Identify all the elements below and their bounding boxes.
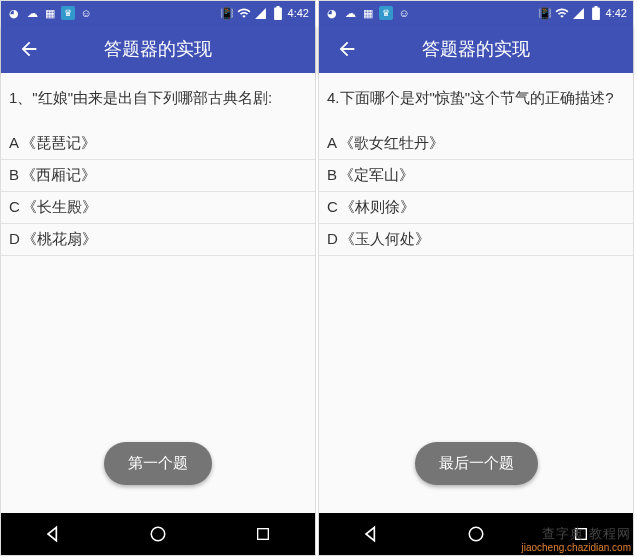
- nav-recents-button[interactable]: [243, 519, 283, 549]
- option-a[interactable]: A 《歌女红牡丹》: [319, 128, 633, 160]
- app-bar: 答题器的实现: [1, 25, 315, 73]
- option-text: 《桃花扇》: [22, 230, 97, 249]
- option-text: 《琵琶记》: [21, 134, 96, 153]
- option-d[interactable]: D 《桃花扇》: [1, 224, 315, 256]
- question-text: 4.下面哪个是对"惊蛰"这个节气的正确描述?: [319, 81, 633, 128]
- option-d[interactable]: D 《玉人何处》: [319, 224, 633, 256]
- options-list: A 《歌女红牡丹》 B 《定军山》 C 《林则徐》 D 《玉人何处》: [319, 128, 633, 256]
- option-a[interactable]: A 《琵琶记》: [1, 128, 315, 160]
- svg-point-0: [151, 527, 165, 541]
- first-question-button[interactable]: 第一个题: [104, 442, 212, 485]
- notification-icon: ☺: [397, 6, 411, 20]
- notification-icon: ▦: [43, 6, 57, 20]
- navigation-bar: [1, 513, 315, 555]
- nav-home-button[interactable]: [138, 519, 178, 549]
- options-list: A 《琵琶记》 B 《西厢记》 C 《长生殿》 D 《桃花扇》: [1, 128, 315, 256]
- option-text: 《西厢记》: [21, 166, 96, 185]
- app-bar: 答题器的实现: [319, 25, 633, 73]
- option-c[interactable]: C 《林则徐》: [319, 192, 633, 224]
- option-b[interactable]: B 《定军山》: [319, 160, 633, 192]
- svg-point-2: [469, 527, 483, 541]
- phone-screen-right: ◕ ☁ ▦ ♛ ☺ 📳 4:42 答题器的实现 4.下面哪个是对"惊蛰"这个节气…: [318, 0, 634, 556]
- wifi-icon: [555, 6, 569, 20]
- last-question-button[interactable]: 最后一个题: [415, 442, 538, 485]
- option-letter: D: [327, 230, 338, 249]
- nav-back-button[interactable]: [33, 519, 73, 549]
- notification-icon: ☁: [343, 6, 357, 20]
- option-b[interactable]: B 《西厢记》: [1, 160, 315, 192]
- back-button[interactable]: [327, 29, 367, 69]
- option-text: 《长生殿》: [22, 198, 97, 217]
- battery-icon: [271, 6, 285, 20]
- question-text: 1、"红娘"由来是出自下列哪部古典名剧:: [1, 81, 315, 128]
- option-letter: A: [9, 134, 19, 153]
- back-button[interactable]: [9, 29, 49, 69]
- option-text: 《定军山》: [339, 166, 414, 185]
- notification-icon: ▦: [361, 6, 375, 20]
- content-area: 1、"红娘"由来是出自下列哪部古典名剧: A 《琵琶记》 B 《西厢记》 C 《…: [1, 73, 315, 513]
- notification-icon: ☁: [25, 6, 39, 20]
- option-text: 《林则徐》: [340, 198, 415, 217]
- signal-icon: [572, 6, 586, 20]
- watermark-line2: jiaocheng.chazidian.com: [521, 542, 631, 554]
- nav-back-button[interactable]: [351, 519, 391, 549]
- notification-icon: ◕: [7, 6, 21, 20]
- status-bar: ◕ ☁ ▦ ♛ ☺ 📳 4:42: [1, 1, 315, 25]
- notification-icon: ◕: [325, 6, 339, 20]
- option-text: 《歌女红牡丹》: [339, 134, 444, 153]
- option-letter: B: [9, 166, 19, 185]
- option-c[interactable]: C 《长生殿》: [1, 192, 315, 224]
- watermark-line1: 查字典 教程网: [521, 526, 631, 542]
- option-letter: C: [327, 198, 338, 217]
- notification-icon: ♛: [61, 6, 75, 20]
- status-bar: ◕ ☁ ▦ ♛ ☺ 📳 4:42: [319, 1, 633, 25]
- option-letter: C: [9, 198, 20, 217]
- option-text: 《玉人何处》: [340, 230, 430, 249]
- app-title: 答题器的实现: [367, 37, 585, 61]
- svg-rect-1: [257, 529, 268, 540]
- vibrate-icon: 📳: [538, 6, 552, 20]
- status-time: 4:42: [606, 7, 627, 19]
- status-time: 4:42: [288, 7, 309, 19]
- notification-icon: ☺: [79, 6, 93, 20]
- option-letter: D: [9, 230, 20, 249]
- watermark: 查字典 教程网 jiaocheng.chazidian.com: [521, 526, 631, 554]
- notification-icon: ♛: [379, 6, 393, 20]
- signal-icon: [254, 6, 268, 20]
- phone-screen-left: ◕ ☁ ▦ ♛ ☺ 📳 4:42 答题器的实现 1、"红娘"由来是出自下列哪部古…: [0, 0, 316, 556]
- vibrate-icon: 📳: [220, 6, 234, 20]
- app-title: 答题器的实现: [49, 37, 267, 61]
- content-area: 4.下面哪个是对"惊蛰"这个节气的正确描述? A 《歌女红牡丹》 B 《定军山》…: [319, 73, 633, 513]
- battery-icon: [589, 6, 603, 20]
- nav-home-button[interactable]: [456, 519, 496, 549]
- option-letter: A: [327, 134, 337, 153]
- wifi-icon: [237, 6, 251, 20]
- option-letter: B: [327, 166, 337, 185]
